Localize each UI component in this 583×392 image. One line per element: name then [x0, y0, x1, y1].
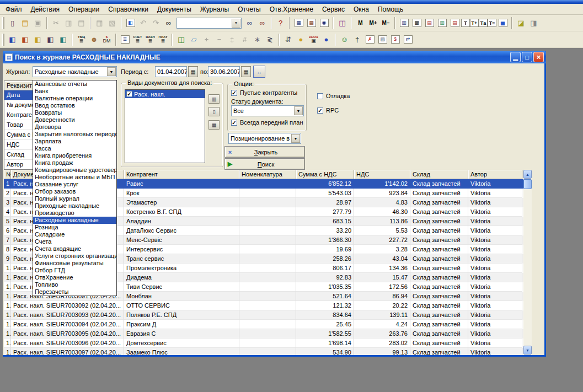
column-header-4[interactable]: Номенклатура — [239, 170, 296, 179]
journal-option[interactable]: Приходные накладные — [33, 202, 116, 210]
memory-m-icon[interactable]: M — [354, 17, 367, 29]
journal-option[interactable]: Полный журнал — [33, 195, 116, 202]
scroll-arrows-icon[interactable]: ⇵ — [282, 34, 295, 46]
report-icon[interactable]: ▤ — [448, 17, 461, 29]
invert-types-button[interactable]: ▦ — [208, 120, 220, 130]
column-header-1[interactable]: № — [4, 170, 11, 179]
debug-checkbox[interactable] — [317, 93, 323, 99]
paste-icon[interactable]: ▤ — [75, 17, 88, 29]
shaded-doc-icon[interactable]: ▨ — [376, 34, 389, 46]
search-button[interactable]: ▶ Поиск — [224, 158, 305, 170]
journal-option[interactable]: Книга продаж — [33, 159, 116, 167]
doc-type-item-selected[interactable]: ✓ Расх. накл. — [125, 90, 205, 98]
nakl-list-icon[interactable]: НАКЛ≣ — [144, 34, 157, 46]
calculator-icon[interactable]: ▦ — [292, 17, 305, 29]
find-next-icon[interactable]: ∞ — [243, 17, 256, 29]
redo-icon[interactable]: ↷ — [149, 17, 162, 29]
menu-item-2[interactable]: Действия — [26, 4, 65, 14]
journal-option[interactable]: Касса — [33, 145, 116, 152]
menu-item-6[interactable]: Журналы — [196, 4, 233, 14]
journal-option[interactable]: Авансовые отчеты — [33, 80, 116, 88]
plat-list-icon[interactable]: ПЛАТ≣ — [157, 34, 169, 46]
column-header-8[interactable]: Автор — [468, 170, 522, 179]
debug-option[interactable]: Отладка — [317, 93, 350, 99]
scroll-down-icon[interactable]: ▼ — [523, 346, 532, 355]
positioning-combobox[interactable]: Позиционирование в ж ▼ — [228, 133, 301, 144]
menu-item-9[interactable]: Сервис — [318, 4, 349, 14]
journal-dropdown-list[interactable]: Авансовые отчетыБанкВалютные операцииВво… — [33, 80, 117, 296]
journal-option[interactable]: Доверенности — [33, 116, 116, 123]
table-row[interactable]: 1.Расх. накл. SIEUR7003096 (02.04.20...Д… — [4, 339, 532, 348]
minimize-button[interactable]: ▁ — [510, 52, 521, 62]
column-header-3[interactable]: Контрагент — [124, 170, 239, 179]
period-from-input[interactable]: 01.04.2007 — [155, 66, 187, 77]
empty-contractors-checkbox[interactable]: ✓ — [231, 90, 237, 96]
journal-option[interactable]: Отбор ГТД — [33, 267, 116, 274]
quick-search-combobox[interactable]: ▼ — [176, 18, 242, 29]
help-icon[interactable]: ? — [274, 17, 287, 29]
insert-row-icon[interactable]: ‡ — [226, 34, 238, 46]
journal-option[interactable]: Книга приобретения — [33, 152, 116, 159]
status-dropdown-arrow-icon[interactable]: ▼ — [294, 106, 303, 115]
menu-item-8[interactable]: Отв.Хранение — [265, 4, 318, 14]
select-all-types-button[interactable]: ▥ — [208, 94, 220, 104]
format-brush-icon[interactable]: ∗ — [251, 34, 264, 46]
menu-item-11[interactable]: Помощь — [373, 4, 408, 14]
status-combobox[interactable]: Все ▼ — [231, 105, 304, 116]
catalog-yellow-icon[interactable]: ◧ — [31, 34, 44, 46]
table-row[interactable]: 1.Расх. накл. SIEUR7003095 (02.04.20...Е… — [4, 329, 532, 339]
journal-option[interactable]: Валютные операции — [33, 95, 116, 102]
catalog-blue-icon[interactable]: ◧ — [6, 34, 19, 46]
rpc-option[interactable]: ✓ RPC — [317, 107, 339, 114]
cut-icon[interactable]: ✂ — [50, 17, 62, 29]
table-row[interactable]: 1.Расх. накл. SIEUR7003092 (02.04.20...О… — [4, 301, 532, 310]
journal-combobox[interactable]: Расходные накладные ▼ — [33, 66, 117, 77]
exit-key-icon[interactable]: ◧ — [124, 17, 137, 29]
text-t-icon[interactable]: Т — [461, 19, 470, 27]
copy-page-icon[interactable]: ▱ — [188, 34, 200, 46]
scroll-up-icon[interactable]: ▲ — [523, 170, 532, 179]
journal-option[interactable]: Возвраты — [33, 109, 116, 116]
vertical-scrollbar[interactable]: ▲ ▼ — [523, 170, 532, 355]
journal-option[interactable]: Ввод остатков — [33, 102, 116, 109]
menu-item-5[interactable]: Документы — [153, 4, 196, 14]
calendar-icon[interactable]: ▦ — [305, 17, 318, 29]
kassa-icon[interactable]: касса▣ — [307, 34, 320, 46]
new-document-icon[interactable]: ▯ — [6, 17, 19, 29]
doc-types-listbox[interactable]: ✓ Расх. накл. — [125, 89, 205, 163]
doc-transfer-icon[interactable]: ⇄ — [402, 34, 414, 46]
memory-minus-icon[interactable]: M− — [379, 17, 392, 29]
sort-flag-icon[interactable]: ≷ — [264, 34, 276, 46]
find-prev-icon[interactable]: ∞ — [256, 17, 269, 29]
bar-chart-icon[interactable]: ▅ — [496, 17, 509, 29]
table-row[interactable]: 1.Расх. накл. SIEUR7003094 (02.04.20...П… — [4, 320, 532, 329]
journal-option[interactable]: Зарплата — [33, 138, 116, 145]
expand-period-button[interactable]: ↔ — [253, 66, 265, 78]
print-preview-icon[interactable]: ▧ — [106, 17, 119, 29]
journal-option[interactable]: Финансовые результаты — [33, 260, 116, 267]
undo-icon[interactable]: ↶ — [137, 17, 149, 29]
coins-icon[interactable]: ● — [295, 34, 307, 46]
journal-option[interactable]: Закрытия налоговых периодо — [33, 131, 116, 138]
journal-option[interactable]: Счета входящие — [33, 245, 116, 253]
table-columns-icon[interactable]: ▥ — [398, 17, 410, 29]
always-front-option[interactable]: ✓ Всегда передний план — [231, 119, 303, 126]
column-header-6[interactable]: НДС — [354, 170, 410, 179]
dropdown-arrow-icon[interactable]: ▼ — [232, 19, 240, 28]
column-header-7[interactable]: Склад — [410, 170, 468, 179]
scrollbar-thumb[interactable] — [523, 179, 532, 189]
journal-option[interactable]: Розница — [33, 224, 116, 231]
person-green-icon[interactable]: ☺ — [338, 34, 351, 46]
positioning-dropdown-arrow-icon[interactable]: ▼ — [291, 134, 300, 143]
money-bag-icon[interactable]: ● — [320, 34, 333, 46]
document-list-icon[interactable]: ≣ — [119, 34, 131, 46]
view-search-icon[interactable]: ◉ — [318, 17, 330, 29]
memory-plus-icon[interactable]: M+ — [367, 17, 379, 29]
text-t-lines-icon[interactable]: Т≡ — [488, 19, 496, 27]
copy-icon[interactable]: ▥ — [62, 17, 75, 29]
table-insert-icon[interactable]: ▥ — [436, 17, 448, 29]
tmc-list-icon[interactable]: ТМЦ≣ — [75, 34, 88, 46]
calendar-from-button[interactable]: ▦ — [188, 66, 198, 77]
table-checker-icon[interactable]: ▩ — [410, 17, 423, 29]
doc-money-icon[interactable]: $ — [389, 34, 402, 46]
